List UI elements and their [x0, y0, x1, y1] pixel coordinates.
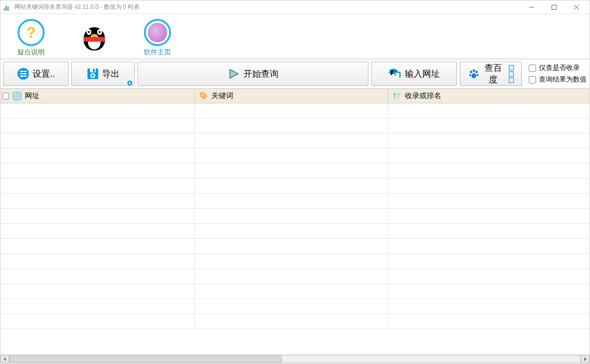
cell-rank: [388, 254, 590, 268]
svg-point-29: [202, 94, 203, 95]
only-indexed-label: 仅查是否收录: [539, 64, 580, 72]
gear-icon: [127, 78, 133, 84]
cell-url: [0, 284, 195, 298]
cell-url: [0, 133, 195, 148]
col-url-header[interactable]: 网址: [0, 89, 195, 103]
svg-marker-35: [584, 357, 587, 361]
toolbar: 设置.. 导出 开始查询 输入网址 查百度: [0, 59, 590, 89]
cell-url: [0, 179, 195, 193]
table-row[interactable]: [0, 164, 590, 179]
cell-rank: [388, 118, 590, 133]
table-row[interactable]: [0, 103, 590, 118]
col-rank-label: 收录或排名: [405, 91, 441, 100]
table-row[interactable]: [0, 284, 590, 299]
cell-rank: [388, 284, 590, 298]
globe-grid-icon: [12, 91, 22, 101]
results-table: 网址 关键词 收录或排名: [0, 89, 590, 355]
table-header: 网址 关键词 收录或排名: [0, 89, 590, 103]
table-row[interactable]: [0, 118, 590, 133]
cell-url: [0, 224, 195, 238]
only-indexed-input[interactable]: [529, 65, 536, 72]
start-query-button[interactable]: 开始查询: [138, 62, 368, 86]
result-numeric-input[interactable]: [529, 76, 536, 83]
titlebar-left: ·网站关键词排名查询器 v2.11.0.0 - 数值为 0 时表: [3, 3, 139, 11]
search-baidu-button[interactable]: 查百度: [460, 62, 522, 86]
only-indexed-checkbox[interactable]: 仅查是否收录: [529, 64, 587, 72]
close-button[interactable]: [565, 0, 588, 14]
table-row[interactable]: [0, 224, 590, 239]
export-button[interactable]: 导出: [71, 62, 135, 86]
table-row[interactable]: [0, 209, 590, 224]
select-all-checkbox[interactable]: [2, 93, 9, 99]
maximize-button[interactable]: [543, 0, 565, 14]
svg-point-15: [92, 75, 94, 77]
table-row[interactable]: [0, 254, 590, 269]
qq-item[interactable]: [77, 23, 111, 52]
result-numeric-checkbox[interactable]: 查询结果为数值: [529, 75, 587, 84]
scroll-thumb[interactable]: [10, 356, 282, 363]
cell-url: [0, 314, 195, 329]
table-row[interactable]: [0, 133, 590, 149]
save-icon: [87, 68, 98, 80]
cell-url: [0, 269, 195, 283]
help-label: 疑点说明: [17, 48, 45, 57]
minimize-button[interactable]: [521, 0, 543, 14]
help-item[interactable]: 疑点说明: [14, 19, 48, 57]
cell-url: [0, 209, 195, 223]
scroll-right-button[interactable]: [581, 355, 590, 363]
table-body[interactable]: [0, 103, 590, 354]
svg-marker-34: [3, 357, 6, 361]
cell-rank: [388, 209, 590, 223]
cell-url: [0, 239, 195, 253]
window-controls: [521, 0, 588, 14]
table-row[interactable]: [0, 269, 590, 284]
settings-button[interactable]: 设置..: [3, 62, 69, 86]
start-query-label: 开始查询: [243, 68, 278, 80]
table-row[interactable]: [0, 149, 590, 164]
cell-rank: [388, 269, 590, 283]
cell-keyword: [195, 118, 388, 133]
svg-rect-1: [552, 5, 556, 9]
input-url-label: 输入网址: [405, 68, 440, 80]
input-url-button[interactable]: 输入网址: [371, 62, 457, 86]
cell-keyword: [195, 209, 388, 223]
export-label: 导出: [102, 68, 120, 80]
cell-keyword: [195, 164, 388, 178]
table-row[interactable]: [0, 179, 590, 194]
col-rank-header[interactable]: 收录或排名: [388, 89, 590, 103]
svg-point-23: [469, 74, 471, 76]
table-row[interactable]: [0, 299, 590, 314]
cell-url: [0, 194, 195, 208]
cell-rank: [388, 103, 590, 118]
window-title: ·网站关键词排名查询器 v2.11.0.0 - 数值为 0 时表: [13, 3, 139, 11]
cell-keyword: [195, 269, 388, 283]
svg-point-20: [470, 71, 472, 74]
table-row[interactable]: [0, 314, 590, 329]
cell-keyword: [195, 314, 388, 329]
cell-rank: [388, 194, 590, 208]
horizontal-scrollbar[interactable]: [0, 355, 590, 364]
reply-icon: [389, 68, 401, 80]
svg-point-8: [21, 70, 23, 72]
cell-rank: [388, 239, 590, 253]
scroll-track[interactable]: [9, 355, 581, 363]
tag-icon: [199, 91, 208, 101]
help-icon: [17, 19, 45, 46]
cell-rank: [388, 179, 590, 193]
titlebar: ·网站关键词排名查询器 v2.11.0.0 - 数值为 0 时表: [0, 0, 590, 14]
svg-point-17: [129, 82, 131, 84]
baidu-paw-icon: [468, 68, 480, 80]
cell-rank: [388, 224, 590, 238]
cell-keyword: [195, 194, 388, 208]
table-row[interactable]: [0, 239, 590, 254]
homepage-item[interactable]: 软件主页: [140, 19, 174, 57]
qq-penguin-icon: [81, 23, 108, 50]
table-row[interactable]: [0, 194, 590, 209]
scroll-left-button[interactable]: [0, 355, 9, 363]
cell-keyword: [195, 254, 388, 268]
svg-point-22: [475, 71, 478, 74]
cell-keyword: [195, 299, 388, 314]
cell-keyword: [195, 284, 388, 298]
col-keyword-header[interactable]: 关键词: [195, 89, 388, 103]
sliders-icon: [17, 68, 29, 80]
